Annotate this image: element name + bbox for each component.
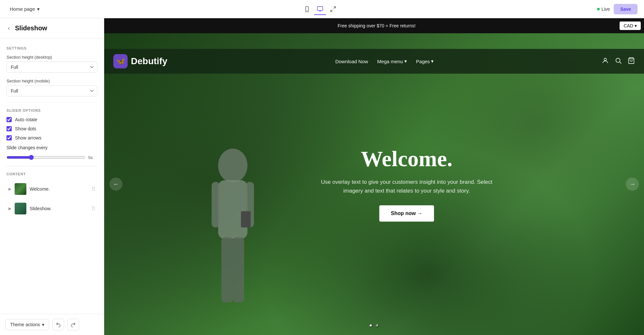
svg-line-6	[330, 9, 332, 11]
show-arrows-checkbox-item: Show arrows	[7, 135, 97, 140]
main-layout: ‹ Slideshow SETTINGS Section height (des…	[0, 18, 644, 335]
mobile-view-button[interactable]	[301, 3, 313, 15]
svg-rect-15	[221, 237, 233, 302]
svg-rect-17	[241, 211, 251, 227]
show-dots-label[interactable]: Show dots	[15, 126, 36, 131]
back-arrow: ‹	[8, 25, 10, 31]
desktop-height-group: Section height (desktop) Full Auto Small…	[7, 55, 97, 73]
redo-button[interactable]	[67, 319, 79, 330]
nav-link-megamenu-label: Mega menu	[377, 59, 403, 64]
cad-arrow: ▾	[635, 23, 637, 28]
undo-button[interactable]	[52, 319, 64, 330]
panel-title: Slideshow	[15, 24, 47, 32]
top-bar-right: Live Save	[597, 4, 637, 14]
hero-person-container	[190, 33, 275, 335]
theme-actions-arrow: ▾	[42, 322, 44, 327]
announcement-bar: Free shipping over $70 + Free returns! C…	[104, 18, 644, 33]
auto-rotate-label[interactable]: Auto rotate	[15, 117, 37, 122]
svg-rect-2	[317, 7, 323, 10]
desktop-height-label: Section height (desktop)	[7, 55, 97, 60]
svg-point-8	[616, 58, 620, 62]
show-arrows-label[interactable]: Show arrows	[15, 135, 41, 140]
mobile-height-select[interactable]: Full Auto Small Medium Large	[7, 85, 97, 96]
nav-links: Download Now Mega menu ▾ Pages ▾	[335, 58, 434, 64]
svg-rect-16	[233, 237, 244, 302]
page-selector-label: Home page	[10, 6, 35, 12]
svg-rect-0	[305, 6, 308, 12]
cad-button[interactable]: CAD ▾	[620, 22, 641, 30]
nav-link-pages-label: Pages	[416, 59, 430, 64]
show-dots-checkbox-item: Show dots	[7, 126, 97, 131]
content-divider	[7, 166, 97, 166]
slide-arrow-left[interactable]: ←	[109, 178, 122, 191]
cad-label: CAD	[623, 23, 633, 28]
shop-logo: 🦋 Debutify	[113, 54, 167, 68]
show-arrows-checkbox[interactable]	[7, 135, 12, 140]
slide-changes-input-row: 5s	[7, 155, 97, 160]
mobile-height-group: Section height (mobile) Full Auto Small …	[7, 79, 97, 96]
slide-changes-value: 5s	[88, 155, 97, 160]
settings-divider	[7, 102, 97, 103]
nav-link-download[interactable]: Download Now	[335, 59, 368, 64]
save-button[interactable]: Save	[614, 4, 637, 14]
svg-point-7	[604, 58, 606, 60]
list-item[interactable]: ▶ Slideshow. ⠿	[7, 200, 97, 217]
show-dots-checkbox[interactable]	[7, 126, 12, 131]
live-indicator: Live	[597, 7, 610, 12]
live-dot	[597, 8, 600, 10]
account-icon[interactable]	[602, 57, 609, 66]
theme-actions-label: Theme actions	[10, 322, 40, 327]
content-item-arrow-slideshow: ▶	[8, 206, 11, 211]
theme-actions-button[interactable]: Theme actions ▾	[5, 319, 49, 330]
fullscreen-view-button[interactable]	[327, 3, 339, 15]
slide-changes-label: Slide changes every	[7, 145, 48, 150]
shop-nav: 🦋 Debutify Download Now Mega menu ▾	[104, 49, 644, 74]
preview-area: Free shipping over $70 + Free returns! C…	[104, 18, 644, 335]
desktop-height-select[interactable]: Full Auto Small Medium Large	[7, 62, 97, 73]
panel-content: SETTINGS Section height (desktop) Full A…	[0, 38, 104, 314]
content-thumb-welcome	[15, 183, 26, 195]
panel-footer: Theme actions ▾	[0, 314, 104, 335]
content-item-label-slideshow: Slideshow.	[30, 206, 88, 211]
hero-subtitle: Use overlay text to give your customers …	[315, 178, 498, 195]
shop-now-label: Shop now →	[391, 211, 423, 216]
top-bar: Home page ▾	[0, 0, 644, 18]
left-panel: ‹ Slideshow SETTINGS Section height (des…	[0, 18, 104, 335]
top-bar-left: Home page ▾	[7, 4, 43, 14]
back-button[interactable]: ‹	[7, 23, 11, 33]
slide-arrow-right[interactable]: →	[626, 178, 639, 191]
nav-link-megamenu[interactable]: Mega menu ▾	[377, 58, 407, 64]
list-item[interactable]: ▶ Welcome. ⠿	[7, 181, 97, 197]
shop-now-button[interactable]: Shop now →	[379, 205, 434, 222]
content-thumb-slideshow	[15, 203, 26, 214]
svg-line-5	[333, 7, 335, 8]
hero-person-svg	[190, 33, 275, 335]
hero-title: Welcome.	[315, 147, 498, 171]
svg-line-9	[620, 62, 621, 64]
slide-changes-row: Slide changes every	[7, 145, 97, 150]
content-item-arrow-welcome: ▶	[8, 187, 11, 191]
page-selector[interactable]: Home page ▾	[7, 4, 43, 14]
slide-dot-2[interactable]	[376, 324, 379, 327]
auto-rotate-checkbox-item: Auto rotate	[7, 117, 97, 122]
nav-link-pages[interactable]: Pages ▾	[416, 58, 434, 64]
svg-rect-13	[212, 182, 220, 227]
nav-icons	[602, 57, 635, 66]
prev-arrow-icon: ←	[113, 181, 119, 188]
drag-handle-welcome[interactable]: ⠿	[91, 186, 95, 192]
logo-butterfly: 🦋	[116, 57, 125, 66]
hero-content: Welcome. Use overlay text to give your c…	[309, 147, 504, 221]
slide-dot-1[interactable]	[369, 324, 372, 327]
slide-changes-slider[interactable]	[7, 155, 85, 160]
slide-dots	[369, 324, 379, 327]
svg-rect-12	[218, 180, 247, 239]
announcement-text: Free shipping over $70 + Free returns!	[338, 23, 415, 28]
auto-rotate-checkbox[interactable]	[7, 117, 12, 122]
drag-handle-slideshow[interactable]: ⠿	[91, 206, 95, 212]
content-thumb-img-welcome	[15, 183, 26, 195]
tablet-view-button[interactable]	[314, 3, 326, 15]
search-icon[interactable]	[615, 57, 622, 66]
cart-icon[interactable]	[628, 57, 635, 66]
panel-header: ‹ Slideshow	[0, 18, 104, 38]
hero-slide: 🦋 Debutify Download Now Mega menu ▾	[104, 33, 644, 335]
